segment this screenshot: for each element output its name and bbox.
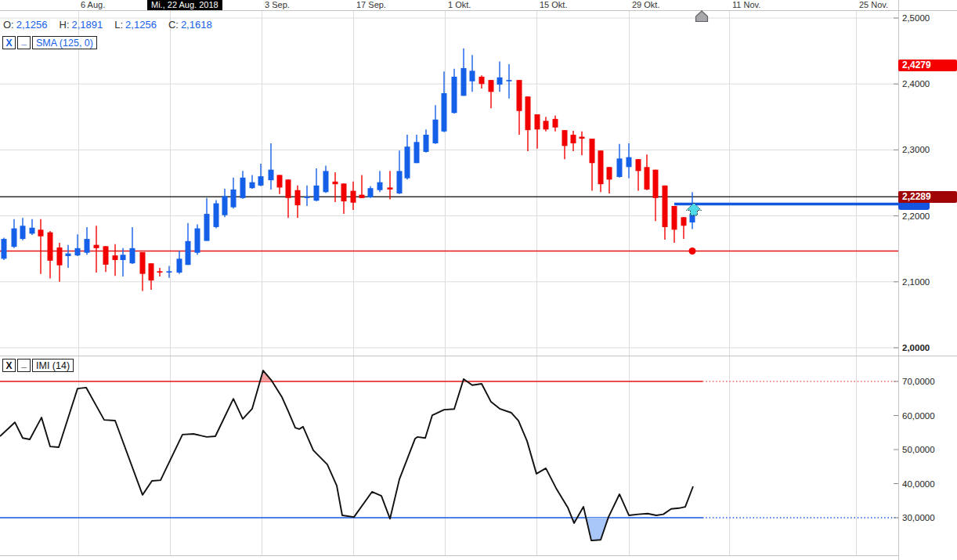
candle[interactable] [562, 130, 568, 146]
pentagon-marker[interactable] [696, 11, 708, 22]
candle[interactable] [66, 254, 71, 256]
alert-price-badge[interactable]: 2,4279 [898, 60, 957, 71]
candle[interactable] [314, 186, 320, 201]
candle[interactable] [397, 171, 403, 193]
imi-line[interactable] [0, 370, 693, 540]
candle[interactable] [38, 229, 44, 236]
ohlc-high-value: 2,1891 [72, 19, 103, 31]
candle[interactable] [140, 252, 146, 274]
candle[interactable] [424, 135, 429, 152]
candle[interactable] [571, 135, 576, 143]
candle[interactable] [442, 93, 447, 132]
imi-axis-label: 50,0000 [902, 444, 935, 455]
candle[interactable] [388, 187, 393, 190]
sma-close-button[interactable]: X [2, 36, 16, 49]
candle[interactable] [214, 204, 219, 227]
candle[interactable] [359, 195, 365, 198]
candle[interactable] [535, 114, 540, 129]
imi-close-button[interactable]: X [2, 359, 16, 372]
candle[interactable] [452, 77, 457, 113]
candle[interactable] [580, 137, 585, 139]
candle[interactable] [195, 229, 200, 253]
candle[interactable] [258, 176, 264, 186]
candle[interactable] [149, 263, 154, 280]
price-axis-label: 2,2000 [902, 211, 930, 222]
date-axis-label: 17 Sep. [356, 0, 386, 10]
candle[interactable] [167, 271, 172, 273]
candle[interactable] [507, 80, 512, 81]
candle[interactable] [2, 239, 7, 258]
candle[interactable] [414, 142, 420, 163]
candle[interactable] [517, 80, 522, 111]
candle[interactable] [75, 248, 81, 255]
candle[interactable] [250, 182, 255, 189]
candle[interactable] [186, 241, 191, 265]
candle[interactable] [341, 183, 347, 201]
candle[interactable] [377, 182, 383, 190]
candle[interactable] [130, 248, 135, 263]
candle[interactable] [85, 239, 90, 253]
candle[interactable] [30, 228, 35, 234]
candle[interactable] [333, 182, 338, 184]
candle[interactable] [544, 121, 549, 129]
candle[interactable] [269, 170, 274, 180]
candle[interactable] [121, 255, 126, 260]
candle[interactable] [525, 96, 531, 130]
candle[interactable] [103, 246, 109, 265]
candle[interactable] [653, 170, 659, 198]
candle[interactable] [627, 157, 632, 168]
candle[interactable] [553, 119, 558, 128]
candle[interactable] [636, 159, 641, 171]
red-dot-marker[interactable] [689, 247, 696, 255]
date-axis-label: 6 Aug. [81, 0, 105, 10]
candle[interactable] [57, 247, 63, 266]
ohlc-open-value: 2,1256 [16, 19, 48, 31]
candle[interactable] [305, 197, 310, 198]
candle[interactable] [645, 167, 650, 190]
candle[interactable] [157, 271, 163, 273]
candle[interactable] [222, 196, 228, 215]
candle[interactable] [672, 206, 677, 229]
candle[interactable] [323, 171, 329, 192]
candle[interactable] [12, 229, 17, 247]
imi-axis-label: 60,0000 [902, 410, 935, 421]
candle[interactable] [497, 78, 503, 85]
candle[interactable] [48, 233, 53, 261]
candle[interactable] [351, 191, 356, 203]
date-axis-label: 1 Okt. [448, 0, 471, 10]
candle[interactable] [681, 217, 687, 226]
candle[interactable] [113, 255, 118, 260]
date-axis-label: 11 Nov. [732, 0, 760, 10]
candle[interactable] [368, 188, 374, 197]
sma-minimize-button[interactable]: _ [17, 36, 31, 49]
candle[interactable] [286, 179, 291, 198]
imi-minimize-button[interactable]: _ [17, 359, 31, 372]
sma-indicator-label[interactable]: SMA (125, 0) [32, 36, 97, 49]
candle[interactable] [240, 178, 246, 198]
level-price-badge[interactable]: 2,2289 [898, 191, 957, 203]
candle[interactable] [617, 158, 623, 177]
candle[interactable] [479, 77, 485, 84]
candle[interactable] [177, 258, 182, 273]
candle[interactable] [231, 190, 237, 208]
candle[interactable] [20, 226, 26, 239]
candle[interactable] [461, 68, 467, 96]
candle[interactable] [94, 245, 99, 248]
candle[interactable] [470, 70, 475, 81]
candle[interactable] [277, 175, 283, 187]
candle[interactable] [598, 150, 604, 184]
candle[interactable] [204, 214, 210, 241]
candle[interactable] [607, 167, 612, 179]
imi-indicator-label[interactable]: IMI (14) [32, 359, 74, 372]
price-axis-label: 2,3000 [902, 144, 930, 155]
price-axis-label: 2,4000 [902, 78, 930, 89]
candle[interactable] [295, 190, 301, 205]
ohlc-low-label: L: [114, 19, 123, 31]
candle[interactable] [433, 120, 439, 143]
candle[interactable] [489, 80, 494, 92]
candle[interactable] [663, 186, 668, 227]
candle[interactable] [405, 146, 410, 178]
chart-canvas[interactable] [0, 0, 957, 560]
ohlc-low-value: 2,1256 [125, 19, 157, 31]
candle[interactable] [590, 139, 595, 163]
